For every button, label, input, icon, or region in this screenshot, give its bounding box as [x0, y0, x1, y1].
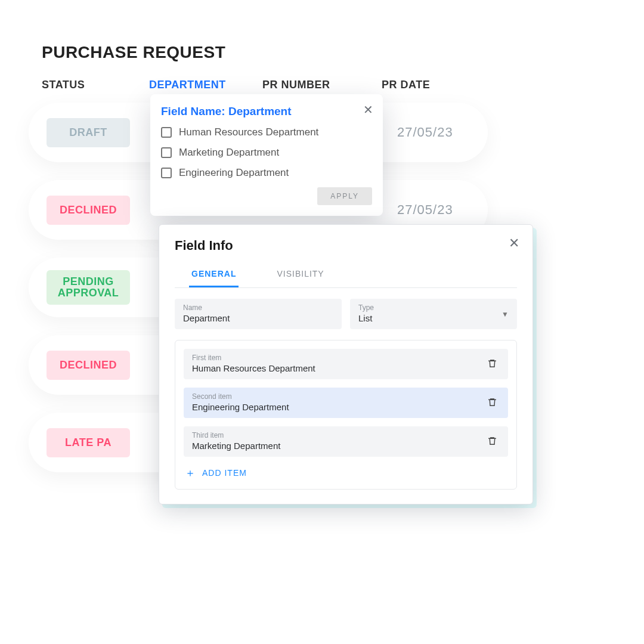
trash-icon — [487, 358, 497, 369]
apply-button[interactable]: APPLY — [317, 187, 372, 205]
checkbox-icon[interactable] — [161, 147, 172, 158]
filter-option-label: Marketing Department — [179, 147, 279, 159]
tab-general[interactable]: GENERAL — [189, 269, 239, 287]
items-panel: First item Human Resources Department Se… — [175, 340, 517, 490]
delete-button[interactable] — [485, 394, 500, 410]
item-value: Engineering Department — [192, 402, 289, 412]
field-info-modal: Field Info ✕ GENERAL VISIBILITY Name Dep… — [159, 224, 533, 504]
status-badge: PENDING APPROVAL — [47, 270, 130, 305]
field-label: Type — [358, 304, 509, 312]
checkbox-icon[interactable] — [161, 168, 172, 178]
field-label: Name — [183, 304, 333, 312]
header-pr-date[interactable]: PR DATE — [382, 79, 471, 91]
status-badge: DECLINED — [47, 351, 130, 380]
plus-icon: ＋ — [185, 467, 196, 478]
list-item[interactable]: First item Human Resources Department — [184, 349, 508, 379]
trash-icon — [487, 435, 497, 447]
department-filter-popover: Field Name: Department ✕ Human Resources… — [150, 94, 383, 216]
filter-option[interactable]: Engineering Department — [161, 167, 372, 179]
delete-button[interactable] — [485, 433, 500, 449]
modal-tabs: GENERAL VISIBILITY — [175, 269, 517, 288]
table-headers: STATUS DEPARTMENT PR NUMBER PR DATE — [36, 79, 471, 91]
close-icon[interactable]: ✕ — [363, 103, 373, 117]
status-badge: DECLINED — [47, 196, 130, 225]
filter-option[interactable]: Marketing Department — [161, 147, 372, 159]
item-value: Human Resources Department — [192, 363, 315, 373]
row-date: 27/05/23 — [397, 202, 453, 218]
checkbox-icon[interactable] — [161, 127, 172, 138]
field-value: List — [358, 313, 509, 323]
name-field[interactable]: Name Department — [175, 299, 342, 329]
chevron-down-icon: ▼ — [501, 310, 509, 318]
page-title: PURCHASE REQUEST — [42, 43, 225, 62]
field-value: Department — [183, 313, 333, 323]
popover-title: Field Name: Department — [161, 105, 372, 118]
close-icon[interactable]: ✕ — [509, 236, 519, 251]
modal-title: Field Info — [175, 238, 517, 253]
trash-icon — [487, 397, 497, 408]
filter-option-label: Engineering Department — [179, 167, 289, 179]
item-label: First item — [192, 354, 315, 362]
item-label: Third item — [192, 431, 280, 439]
list-item[interactable]: Third item Marketing Department — [184, 426, 508, 457]
add-item-label: ADD ITEM — [202, 468, 247, 478]
filter-option-label: Human Resources Department — [179, 126, 318, 138]
item-label: Second item — [192, 392, 289, 401]
delete-button[interactable] — [485, 355, 500, 371]
status-badge: DRAFT — [47, 118, 130, 147]
tab-visibility[interactable]: VISIBILITY — [274, 269, 326, 287]
filter-option[interactable]: Human Resources Department — [161, 126, 372, 138]
item-value: Marketing Department — [192, 441, 280, 451]
row-date: 27/05/23 — [397, 125, 453, 140]
header-department[interactable]: DEPARTMENT — [149, 79, 262, 91]
status-badge: LATE PA — [47, 428, 130, 457]
header-pr-number[interactable]: PR NUMBER — [262, 79, 382, 91]
header-status[interactable]: STATUS — [36, 79, 149, 91]
type-field[interactable]: Type List ▼ — [350, 299, 517, 329]
add-item-button[interactable]: ＋ ADD ITEM — [184, 465, 248, 481]
list-item[interactable]: Second item Engineering Department — [184, 388, 508, 418]
